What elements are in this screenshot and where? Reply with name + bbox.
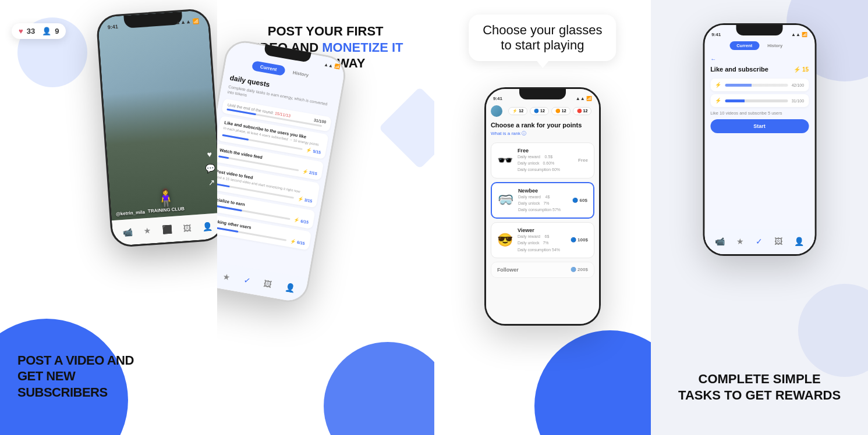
speech-bubble: Choose your glasses to start playing xyxy=(469,15,616,61)
signal-4: ▲▲ 📶 xyxy=(791,32,807,37)
quests-screen: Current History daily quests Complete da… xyxy=(217,40,346,304)
followers-count: 9 xyxy=(55,27,59,35)
likes-notification: ♥ 33 👤 9 xyxy=(12,23,66,39)
glasses-emoji-viewer: 😎 xyxy=(497,233,513,248)
decoration-circle-2 xyxy=(324,342,434,435)
energy-pill-1: ⚡ 12 xyxy=(508,107,527,115)
lightning-prog-1: ⚡ xyxy=(715,82,721,88)
bubble-line2: to start playing xyxy=(483,38,602,53)
rank-item-newbee[interactable]: 🥽 Newbee Daily reward 4$ Daily unlock 7%… xyxy=(491,182,594,219)
phone-mockup-2: ▲▲ 📶 Current History daily quests Comple… xyxy=(217,38,349,305)
sub-title: Like and subscribe xyxy=(710,66,768,73)
lightning-5: ⚡ xyxy=(289,238,296,245)
lightning-4: ⚡ xyxy=(293,217,300,223)
comment-action-icon[interactable]: 💬 xyxy=(205,163,215,173)
nav4-profile-icon[interactable]: 👤 xyxy=(794,237,804,246)
rank-item-viewer[interactable]: 😎 Viewer Daily reward 6$ Daily unlock 7%… xyxy=(491,222,594,258)
back-icon[interactable]: ← xyxy=(710,56,716,62)
rank-info-free: Free Daily reward 0.5$ Daily unlock 0.60… xyxy=(518,148,573,173)
nav2-profile-icon[interactable]: 👤 xyxy=(284,283,296,294)
status-bar-4: 9:41 ▲▲ 📶 xyxy=(704,25,814,40)
decoration-diamond xyxy=(378,87,434,169)
glasses-screen-heading: Choose a rank for your points xyxy=(491,122,594,129)
sub-progress-item-1: ⚡ 42/100 xyxy=(710,79,809,91)
panel-4-caption: COMPLETE SIMPLE TASKS TO GET REWARDS xyxy=(651,371,868,403)
sub-header-tabs: Current History xyxy=(710,41,809,50)
nav2-gallery-icon[interactable]: 🖼 xyxy=(263,279,272,289)
likes-count: 33 xyxy=(27,27,35,35)
glasses-rank-list: 🕶️ Free Daily reward 0.5$ Daily unlock 0… xyxy=(491,142,594,278)
nav4-star-icon[interactable]: ★ xyxy=(736,237,744,246)
rank-item-follower[interactable]: Follower 🔵 200$ xyxy=(491,262,594,278)
followers-icon: 👤 xyxy=(42,27,51,35)
rank-price-newbee: 🔵 60$ xyxy=(572,198,587,203)
rank-stats-free: Daily reward 0.5$ Daily unlock 0.60% Dai… xyxy=(518,154,573,173)
time-4: 9:41 xyxy=(711,32,721,37)
nav-home-icon[interactable]: ⬛ xyxy=(162,224,172,234)
nav4-check-icon[interactable]: ✓ xyxy=(756,237,763,246)
start-button[interactable]: Start xyxy=(710,119,809,133)
rank-name-viewer: Viewer xyxy=(518,227,566,233)
lightning-1: ⚡ xyxy=(306,147,312,154)
status-bar-3: 9:41 ▲▲ 📶 xyxy=(486,89,599,104)
energy-pill-3: 🟠 12 xyxy=(551,107,571,115)
sub-progress-item-2: ⚡ 31/100 xyxy=(710,94,809,107)
nav-gallery-icon[interactable]: 🖼 xyxy=(183,223,192,233)
energy-pill-2: 🔵 12 xyxy=(530,107,549,115)
tab-current[interactable]: Current xyxy=(251,60,285,76)
quest3-badge: ⚡ 3/15 xyxy=(297,196,313,204)
quest1-badge: ⚡ 5/15 xyxy=(306,147,321,155)
rank-info-newbee: Newbee Daily reward 4$ Daily unlock 7% D… xyxy=(518,188,568,213)
round-progress: 31/100 xyxy=(313,118,326,124)
rank-price-viewer: 🔵 100$ xyxy=(571,237,588,243)
video-feed: 🧍‍♀️ TRAINING CLUB @ketrin_mila ♥ 💬 ↗ 📹 … xyxy=(97,10,217,246)
quest2-fill xyxy=(218,155,229,159)
progress-bar-1 xyxy=(725,84,788,87)
heart-action-icon[interactable]: ♥ xyxy=(204,149,215,159)
sub-instruction: Like 10 videos and subscribe 5 users xyxy=(710,110,809,116)
rank-name-follower: Follower xyxy=(497,267,566,273)
rank-stats-viewer: Daily reward 6$ Daily unlock 7% Daily co… xyxy=(518,233,566,253)
rank-item-free[interactable]: 🕶️ Free Daily reward 0.5$ Daily unlock 0… xyxy=(491,142,594,179)
signal-2: ▲▲ 📶 xyxy=(323,62,340,70)
energy-pill-4: 🔴 12 xyxy=(573,107,592,115)
panel2-highlight: MONETIZE IT xyxy=(322,40,403,55)
tab-history[interactable]: History xyxy=(284,66,317,81)
quest2-badge: ⚡ 2/15 xyxy=(302,169,317,176)
panel-1: ♥ 33 👤 9 9:41 ▲▲▲ 📶 🧍‍♀️ TRAINING CLUB xyxy=(0,0,217,435)
back-row: ← xyxy=(710,56,809,62)
panel-4: 9:41 ▲▲ 📶 Current History ← Like and sub… xyxy=(651,0,868,435)
energy-pills: ⚡ 12 🔵 12 🟠 12 🔴 12 xyxy=(506,107,594,115)
sub-lightning: ⚡ 15 xyxy=(793,66,809,73)
nav2-check-icon[interactable]: ✓ xyxy=(243,275,251,286)
panel-3: Choose your glasses to start playing 9:4… xyxy=(434,0,651,435)
sub-title-row: Like and subscribe ⚡ 15 xyxy=(710,66,809,73)
sub-tab-history[interactable]: History xyxy=(760,41,789,50)
nav4-gallery-icon[interactable]: 🖼 xyxy=(774,237,782,246)
phone-screen-2: ▲▲ 📶 Current History daily quests Comple… xyxy=(217,38,349,305)
nav-profile-icon[interactable]: 👤 xyxy=(202,222,212,231)
bottom-nav-4: 📹 ★ ✓ 🖼 👤 xyxy=(704,229,814,254)
nav2-star-icon[interactable]: ★ xyxy=(222,272,232,282)
rank-info-follower: Follower xyxy=(497,267,566,273)
nav-video-icon[interactable]: 📹 xyxy=(122,227,133,237)
time-3: 9:41 xyxy=(493,96,502,101)
nav-star-icon[interactable]: ★ xyxy=(143,226,151,236)
lightning-3: ⚡ xyxy=(297,196,303,202)
rank-stats-newbee: Daily reward 4$ Daily unlock 7% Daily co… xyxy=(518,194,568,213)
quest5-badge: ⚡ 6/15 xyxy=(289,238,305,246)
phone-screen-1: 9:41 ▲▲▲ 📶 🧍‍♀️ TRAINING CLUB @ketrin_mi… xyxy=(97,10,217,246)
sub-tab-current[interactable]: Current xyxy=(729,41,759,50)
rank-price-follower: 🔵 200$ xyxy=(571,267,588,272)
share-action-icon[interactable]: ↗ xyxy=(206,177,217,187)
lightning-prog-2: ⚡ xyxy=(715,98,721,104)
glasses-screen: ⚡ 12 🔵 12 🟠 12 🔴 12 Choose a rank for yo… xyxy=(486,89,599,324)
rank-price-free: Free xyxy=(578,158,588,163)
nav4-video-icon[interactable]: 📹 xyxy=(715,237,725,246)
lightning-2: ⚡ xyxy=(302,169,308,175)
rank-name-newbee: Newbee xyxy=(518,188,568,194)
panel-2: POST YOUR FIRST VIDEO AND MONETIZE IT RI… xyxy=(217,0,434,435)
progress-num-1: 42/100 xyxy=(792,83,804,87)
phone-mockup-4: 9:41 ▲▲ 📶 Current History ← Like and sub… xyxy=(703,23,816,256)
phone-mockup-1: 9:41 ▲▲▲ 📶 🧍‍♀️ TRAINING CLUB @ketrin_mi… xyxy=(95,8,217,248)
